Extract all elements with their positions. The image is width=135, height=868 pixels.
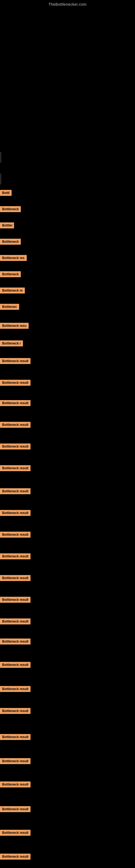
bottleneck-result-badge: Bottleneck result: [0, 532, 31, 538]
bottleneck-result-badge: Bottleneck re: [0, 287, 25, 293]
bottleneck-result-badge: Bottleneck: [0, 239, 21, 245]
bottleneck-result-badge: Bottleneck: [0, 206, 21, 212]
bottleneck-result-badge: Bottleneck result: [0, 781, 31, 787]
bottleneck-result-badge: Bottl: [0, 190, 12, 196]
bottleneck-result-badge: Bottleneck result: [0, 806, 31, 812]
bottleneck-result-badge: Bottleneck result: [0, 597, 31, 603]
bottleneck-result-badge: Bottleneck result: [0, 639, 31, 645]
bottleneck-result-badge: Bottleneck result: [0, 830, 31, 836]
site-title: TheBottlenecker.com: [0, 0, 135, 6]
vertical-line-1: [1, 152, 1, 163]
bottleneck-result-badge: Bottleneck result: [0, 618, 31, 624]
bottleneck-result-badge: Bottleneck result: [0, 443, 31, 450]
bottleneck-result-badge: Bottleneck res: [0, 255, 27, 261]
bottleneck-result-badge: Bottleneck result: [0, 758, 31, 764]
bottleneck-result-badge: Bottleneck result: [0, 662, 31, 668]
bottleneck-result-badge: Bottleneck: [0, 271, 21, 277]
bottleneck-result-badge: Bottleneck result: [0, 422, 31, 428]
bottleneck-result-badge: Bottleneck resu: [0, 323, 29, 329]
bottleneck-result-badge: Bottleneck result: [0, 708, 31, 714]
bottleneck-result-badge: Bottleneck r: [0, 340, 23, 346]
bottleneck-result-badge: Bottlenec: [0, 304, 19, 310]
bottleneck-result-badge: Bottleneck result: [0, 510, 31, 516]
bottleneck-result-badge: Bottleneck result: [0, 854, 31, 860]
bottleneck-result-badge: Bottleneck result: [0, 465, 31, 471]
bottleneck-result-badge: Bottleneck result: [0, 734, 31, 740]
bottleneck-result-badge: Bottleneck result: [0, 358, 31, 364]
vertical-line-2: [1, 174, 1, 184]
bottleneck-result-badge: Bottleneck result: [0, 380, 31, 386]
bottleneck-result-badge: Bottleneck result: [0, 488, 31, 494]
bottleneck-result-badge: Bottler: [0, 222, 14, 228]
bottleneck-result-badge: Bottleneck result: [0, 686, 31, 692]
bottleneck-result-badge: Bottleneck result: [0, 575, 31, 581]
bottleneck-result-badge: Bottleneck result: [0, 553, 31, 559]
bottleneck-result-badge: Bottleneck result: [0, 400, 31, 406]
